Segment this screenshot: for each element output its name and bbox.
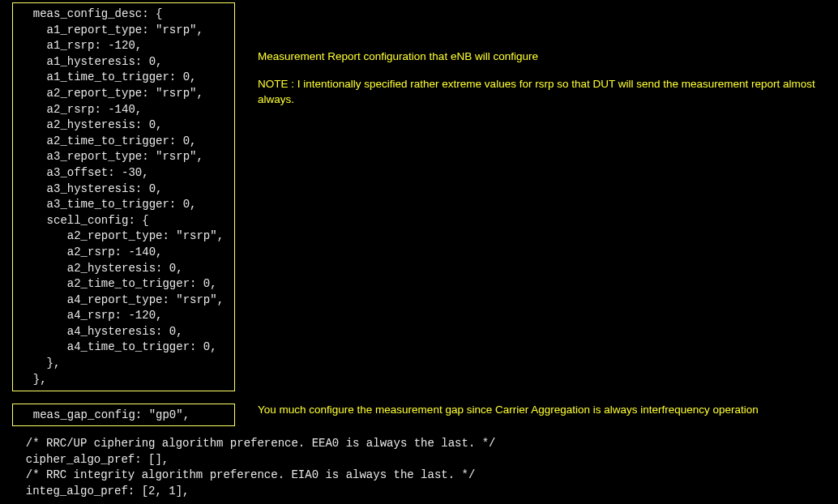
meas-config-desc-code: meas_config_desc: { a1_report_type: "rsr… xyxy=(13,3,234,391)
annotation-meas-gap: You much configure the measurement gap s… xyxy=(258,402,817,418)
annotation-meas-config-note: NOTE : I intentionally specified rather … xyxy=(258,76,817,108)
annotation-meas-config-line1: Measurement Report configuration that eN… xyxy=(258,49,817,65)
bottom-code-block: /* RRC/UP ciphering algorithm preference… xyxy=(12,436,496,499)
meas-gap-config-code: meas_gap_config: "gp0", xyxy=(13,404,234,427)
annotation-meas-config: Measurement Report configuration that eN… xyxy=(258,49,817,108)
